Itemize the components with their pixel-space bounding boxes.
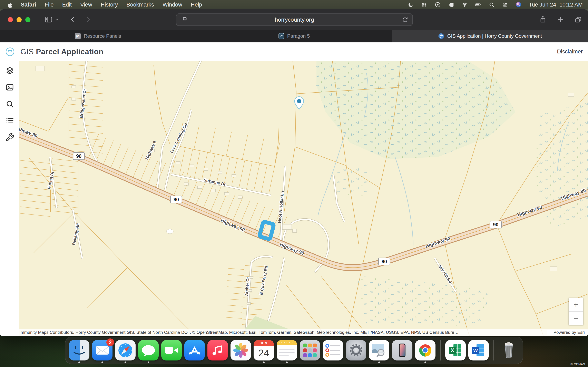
page-settings-icon[interactable] [181, 16, 188, 23]
menu-items: Safari FileEditViewHistoryBookmarksWindo… [0, 2, 202, 8]
dock-item-launchpad-icon[interactable] [300, 340, 320, 360]
sidebar-toggle-icon[interactable] [45, 16, 52, 23]
app-content: Highway 90Highway 90Highway 90Highway 90… [0, 61, 588, 336]
menu-item-view[interactable]: View [80, 2, 92, 8]
horry-county-logo-icon [6, 48, 14, 56]
tab-bar: MResource PanelsParagon 5GIS Application… [0, 30, 588, 42]
dock-item-photos-icon[interactable] [231, 340, 251, 360]
running-indicator-dot [125, 361, 126, 363]
menu-time: 10:12 AM [559, 2, 583, 8]
menu-item-file[interactable]: File [45, 2, 54, 8]
dock-item-safari-icon[interactable] [115, 340, 136, 360]
dock-item-excel-icon[interactable]: X [445, 340, 466, 360]
chevron-down-icon[interactable] [54, 17, 59, 22]
svg-text:X: X [450, 347, 454, 353]
address-bar[interactable]: horrycounty.org [176, 13, 413, 26]
attribution-text: mmunity Maps Contributors, Horry County … [19, 330, 547, 335]
highway-shield: 90 [379, 258, 390, 265]
dock-item-chrome-icon[interactable] [415, 340, 435, 360]
tool-layers-icon[interactable] [5, 66, 15, 75]
focus-moon-icon[interactable] [407, 1, 414, 8]
minimize-window-button[interactable] [17, 17, 22, 22]
tab-label: GIS Application | Horry County Governmen… [447, 33, 542, 39]
menu-item-help[interactable]: Help [191, 2, 202, 8]
m-letter-favicon-icon: M [75, 33, 81, 39]
dock-separator [440, 340, 441, 360]
media-play-icon[interactable] [434, 1, 441, 8]
new-tab-icon[interactable] [557, 16, 564, 23]
map-canvas[interactable]: Highway 90Highway 90Highway 90Highway 90… [19, 61, 588, 336]
tab-overview-icon[interactable] [575, 16, 582, 23]
tab-2[interactable]: Paragon 5 [196, 30, 392, 42]
horry-tree-favicon-icon [438, 33, 444, 39]
page-title: GIS Parcel Application [20, 48, 103, 56]
dock-item-mail-icon[interactable]: 2 [92, 340, 112, 360]
spotlight-search-icon[interactable] [488, 1, 495, 8]
zoom-in-button[interactable]: + [569, 298, 583, 311]
dock-item-word-icon[interactable]: W [468, 340, 489, 360]
wifi-icon[interactable] [461, 1, 468, 8]
running-indicator-dot [378, 361, 380, 363]
dock-item-iphone-icon[interactable] [392, 340, 412, 360]
back-button[interactable] [70, 16, 76, 24]
window-controls [0, 17, 30, 22]
tool-search-icon[interactable] [5, 99, 15, 109]
tab-1[interactable]: MResource Panels [0, 30, 196, 42]
tool-tools-wrench-icon[interactable] [5, 133, 15, 142]
map-attribution-bar: mmunity Maps Contributors, Horry County … [19, 329, 588, 336]
menu-item-edit[interactable]: Edit [62, 2, 72, 8]
disclaimer-link[interactable]: Disclaimer [557, 49, 583, 55]
svg-text:90: 90 [76, 153, 82, 159]
svg-text:W: W [473, 348, 478, 353]
battery-icon[interactable] [475, 1, 481, 8]
highway-shield: 90 [73, 152, 85, 160]
highway-shield: 90 [171, 196, 182, 203]
tab-3[interactable]: GIS Application | Horry County Governmen… [392, 30, 588, 42]
control-center-icon[interactable] [502, 1, 508, 8]
page-title-regular: GIS [20, 48, 34, 56]
menu-item-bookmarks[interactable]: Bookmarks [126, 2, 154, 8]
fullscreen-window-button[interactable] [25, 17, 30, 22]
dock-item-reminders-icon[interactable] [323, 340, 343, 360]
desktop: Safari FileEditViewHistoryBookmarksWindo… [0, 0, 588, 367]
menu-item-safari[interactable]: Safari [21, 2, 36, 8]
dock-item-messages-icon[interactable] [138, 340, 159, 360]
dock-item-appstore-icon[interactable] [184, 340, 205, 360]
tool-list-icon[interactable] [5, 116, 15, 125]
stage-manager-icon[interactable] [448, 1, 454, 8]
menu-clock[interactable]: Tue Jun 24 10:12 AM [529, 2, 583, 8]
apple-menu-icon[interactable] [7, 2, 12, 8]
zoom-out-button[interactable]: − [569, 312, 583, 325]
dock-item-preview-icon[interactable] [369, 340, 389, 360]
dock-item-notes-icon[interactable] [277, 340, 297, 360]
svg-text:90: 90 [493, 222, 499, 227]
menu-item-window[interactable]: Window [163, 2, 182, 8]
reload-icon[interactable] [402, 17, 408, 23]
running-indicator-dot [148, 361, 149, 363]
siri-icon[interactable] [515, 1, 522, 8]
dock-item-finder-icon[interactable] [69, 340, 89, 360]
powered-by-esri: Powered by Esri [547, 330, 588, 335]
keyboard-grid-icon[interactable] [421, 1, 428, 8]
dock-item-calendar-icon[interactable]: JUN24 [254, 340, 274, 360]
notification-badge: 2 [106, 338, 114, 346]
map-zoom-control: + − [569, 298, 583, 325]
menu-item-history[interactable]: History [101, 2, 118, 8]
dock-item-facetime-icon[interactable] [161, 340, 182, 360]
share-icon[interactable] [539, 16, 546, 24]
toolbar-right-actions [539, 9, 582, 30]
dock-item-trash-icon[interactable] [499, 340, 519, 360]
dock-separator [493, 340, 494, 360]
dock-item-settings-icon[interactable] [346, 340, 366, 360]
svg-text:90: 90 [173, 197, 179, 202]
dock-item-music-icon[interactable] [208, 340, 228, 360]
close-window-button[interactable] [8, 17, 13, 22]
svg-text:90: 90 [381, 259, 387, 264]
forward-button[interactable] [85, 16, 91, 24]
pond [166, 229, 173, 234]
map-tool-sidebar [0, 61, 19, 336]
tool-basemap-image-icon[interactable] [5, 83, 15, 92]
running-indicator-dot [263, 361, 265, 363]
macos-menu-bar: Safari FileEditViewHistoryBookmarksWindo… [0, 0, 588, 9]
wallpaper-credit: © CCMAS [571, 363, 585, 366]
